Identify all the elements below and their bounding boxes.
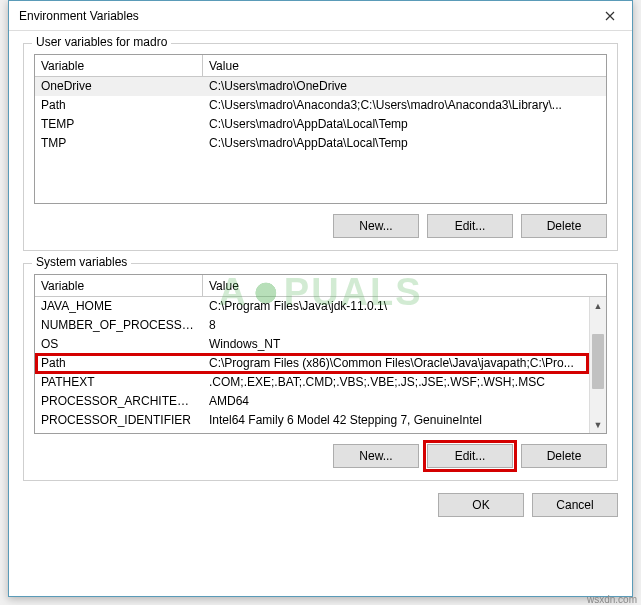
system-edit-button[interactable]: Edit... (427, 444, 513, 468)
table-row[interactable]: NUMBER_OF_PROCESSORS 8 (35, 316, 606, 335)
scroll-up-icon[interactable]: ▲ (590, 297, 606, 314)
table-row[interactable]: JAVA_HOME C:\Program Files\Java\jdk-11.0… (35, 297, 606, 316)
col-header-value[interactable]: Value (203, 55, 606, 76)
system-variables-table[interactable]: Variable Value JAVA_HOME C:\Program File… (34, 274, 607, 434)
scroll-thumb[interactable] (592, 334, 604, 389)
user-variables-group: User variables for madro Variable Value … (23, 43, 618, 251)
system-delete-button[interactable]: Delete (521, 444, 607, 468)
system-new-button[interactable]: New... (333, 444, 419, 468)
user-edit-button[interactable]: Edit... (427, 214, 513, 238)
window-title: Environment Variables (19, 9, 587, 23)
table-row[interactable]: Path C:\Users\madro\Anaconda3;C:\Users\m… (35, 96, 606, 115)
table-row[interactable]: OS Windows_NT (35, 335, 606, 354)
table-row[interactable]: OneDrive C:\Users\madro\OneDrive (35, 77, 606, 96)
system-group-label: System variables (32, 255, 131, 269)
user-delete-button[interactable]: Delete (521, 214, 607, 238)
close-icon[interactable] (587, 1, 632, 31)
env-vars-dialog: Environment Variables User variables for… (8, 0, 633, 597)
user-variables-table[interactable]: Variable Value OneDrive C:\Users\madro\O… (34, 54, 607, 204)
scrollbar[interactable]: ▲ ▼ (589, 297, 606, 433)
table-row[interactable]: TMP C:\Users\madro\AppData\Local\Temp (35, 134, 606, 153)
scroll-down-icon[interactable]: ▼ (590, 416, 606, 433)
scroll-track[interactable] (590, 314, 606, 416)
col-header-variable[interactable]: Variable (35, 55, 203, 76)
table-row[interactable]: TEMP C:\Users\madro\AppData\Local\Temp (35, 115, 606, 134)
col-header-variable[interactable]: Variable (35, 275, 203, 296)
ok-button[interactable]: OK (438, 493, 524, 517)
table-row[interactable]: Path C:\Program Files (x86)\Common Files… (35, 354, 606, 373)
titlebar[interactable]: Environment Variables (9, 1, 632, 31)
table-row[interactable]: PATHEXT .COM;.EXE;.BAT;.CMD;.VBS;.VBE;.J… (35, 373, 606, 392)
user-new-button[interactable]: New... (333, 214, 419, 238)
col-header-value[interactable]: Value (203, 275, 606, 296)
table-row[interactable]: PROCESSOR_ARCHITECTURE AMD64 (35, 392, 606, 411)
table-row[interactable]: PROCESSOR_IDENTIFIER Intel64 Family 6 Mo… (35, 411, 606, 430)
cancel-button[interactable]: Cancel (532, 493, 618, 517)
user-group-label: User variables for madro (32, 35, 171, 49)
system-variables-group: System variables Variable Value JAVA_HOM… (23, 263, 618, 481)
